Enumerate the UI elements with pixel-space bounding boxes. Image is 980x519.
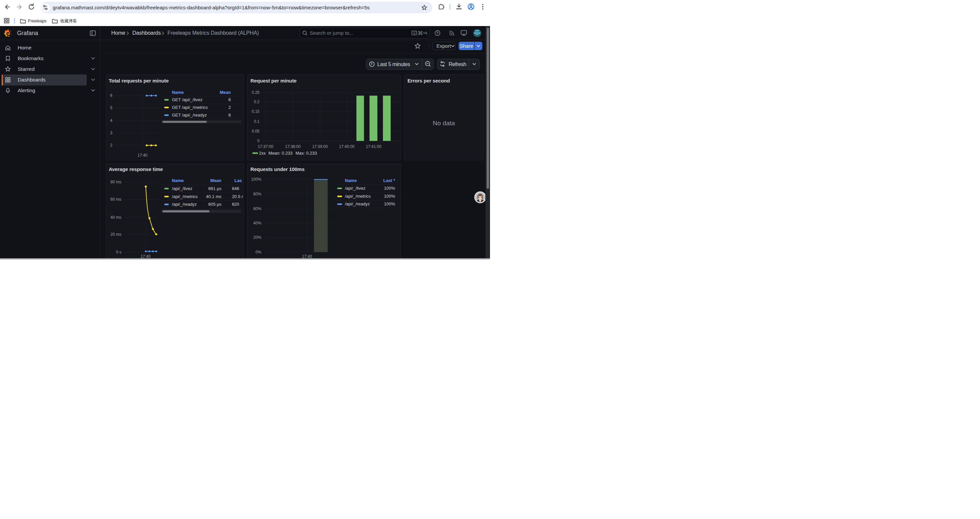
svg-text:?: ? — [436, 31, 438, 35]
